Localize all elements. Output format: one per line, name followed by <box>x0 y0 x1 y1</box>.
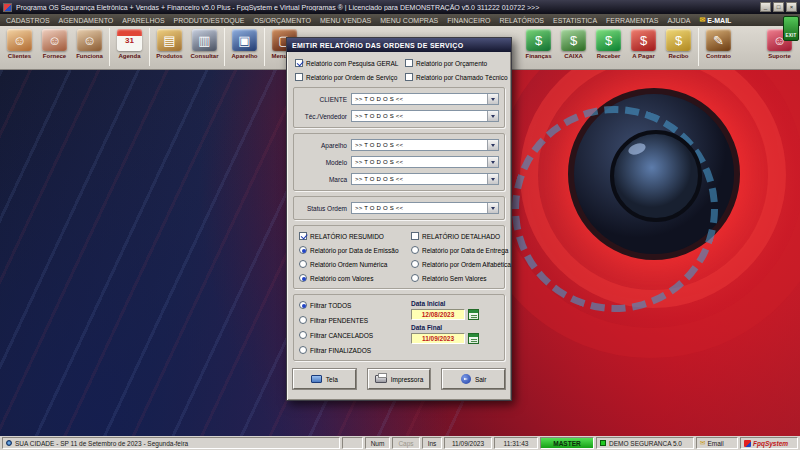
status-ordem-value: >> T O D O S << <box>352 203 487 213</box>
toolbar-item-contrato[interactable]: ✎ Contrato <box>701 27 736 68</box>
check-relatorio-detalhado[interactable]: RELATÓRIO DETALHADO <box>411 231 511 241</box>
start-date-input[interactable]: 12/08/2023 <box>411 309 465 320</box>
menu-vendas[interactable]: MENU VENDAS <box>320 17 371 24</box>
option-label: Relatório Ordem Numérica <box>310 261 387 268</box>
statusbar-location: SUA CIDADE - SP 11 de Setembro de 2023 -… <box>2 437 340 449</box>
calendar-picker-icon[interactable] <box>468 309 479 320</box>
toolbar-item-fornecedores[interactable]: ☺ Fornece <box>37 27 72 68</box>
radio-icon <box>411 274 419 282</box>
toolbar-label: Finanças <box>525 53 551 59</box>
toolbar-item-caixa[interactable]: $ CAIXA <box>556 27 591 68</box>
radio-filtrar-cancelados[interactable]: Filtrar CANCELADOS <box>299 330 401 340</box>
calendar-picker-icon[interactable] <box>468 333 479 344</box>
email-statusbar-button[interactable]: ✉ Email <box>696 437 738 449</box>
chevron-down-icon[interactable] <box>487 203 498 213</box>
checkbox-icon <box>411 232 419 240</box>
radio-ordem-numerica[interactable]: Relatório Ordem Numérica <box>299 259 409 269</box>
modelo-value: >> T O D O S << <box>352 157 487 167</box>
menu-os-orcamento[interactable]: OS/ORÇAMENTO <box>253 17 310 24</box>
data-final-label: Data Final <box>411 324 499 331</box>
payables-icon: $ <box>631 29 656 51</box>
toolbar-item-clientes[interactable]: ☺ Clientes <box>2 27 37 68</box>
toolbar-item-receber[interactable]: $ Receber <box>591 27 626 68</box>
toolbar-separator <box>698 28 699 66</box>
radio-sem-valores[interactable]: Relatório Sem Valores <box>411 273 511 283</box>
check-por-orcamento[interactable]: Relatório por Orçamento <box>405 58 508 68</box>
close-icon[interactable]: × <box>786 2 797 12</box>
dialog-title: EMITIR RELATÓRIO DAS ORDENS DE SERVIÇO <box>292 42 463 49</box>
radio-filtrar-finalizados[interactable]: Filtrar FINALIZADOS <box>299 345 401 355</box>
sair-button[interactable]: Sair <box>442 369 505 389</box>
impressora-button[interactable]: Impressora <box>368 369 431 389</box>
chevron-down-icon[interactable] <box>487 94 498 104</box>
toolbar-item-funcionarios[interactable]: ☺ Funciona <box>72 27 107 68</box>
menu-relatorios[interactable]: RELATÓRIOS <box>499 17 544 24</box>
menu-estatistica[interactable]: ESTATISTICA <box>553 17 597 24</box>
toolbar-label: Suporte <box>768 53 791 59</box>
radio-filtrar-todos[interactable]: Filtrar TODOS <box>299 300 401 310</box>
menu-agendamento[interactable]: AGENDAMENTO <box>59 17 114 24</box>
dialog-titlebar[interactable]: EMITIR RELATÓRIO DAS ORDENS DE SERVIÇO <box>287 38 511 52</box>
option-label: Filtrar FINALIZADOS <box>310 347 371 354</box>
master-badge: MASTER <box>540 437 594 449</box>
window-title: Programa OS Segurança Eletrônica + Venda… <box>16 4 756 11</box>
radio-com-valores[interactable]: Relatório com Valores <box>299 273 409 283</box>
radio-icon <box>299 346 307 354</box>
toolbar-label: Aparelho <box>231 53 257 59</box>
radio-icon <box>299 331 307 339</box>
option-label: Filtrar TODOS <box>310 302 351 309</box>
toolbar-item-consultar[interactable]: ▥ Consultar <box>187 27 222 68</box>
menu-ferramentas[interactable]: FERRAMENTAS <box>606 17 658 24</box>
toolbar-item-agenda[interactable]: 31 Agenda <box>112 27 147 68</box>
aparelho-value: >> T O D O S << <box>352 140 487 150</box>
chevron-down-icon[interactable] <box>487 157 498 167</box>
radio-filtrar-pendentes[interactable]: Filtrar PENDENTES <box>299 315 401 325</box>
aparelho-combobox[interactable]: >> T O D O S << <box>351 139 499 151</box>
modelo-combobox[interactable]: >> T O D O S << <box>351 156 499 168</box>
toolbar-item-produtos[interactable]: ▤ Produtos <box>152 27 187 68</box>
radio-data-emissao[interactable]: Relatório por Data de Emissão <box>299 245 409 255</box>
radio-data-entrega[interactable]: Relatório por Data de Entrega <box>411 245 511 255</box>
end-date-input[interactable]: 11/09/2023 <box>411 333 465 344</box>
status-ordem-combobox[interactable]: >> T O D O S << <box>351 202 499 214</box>
toolbar-item-a-pagar[interactable]: $ A Pagar <box>626 27 661 68</box>
chevron-down-icon[interactable] <box>487 174 498 184</box>
menu-ajuda[interactable]: AJUDA <box>667 17 690 24</box>
toolbar-item-financas[interactable]: $ Finanças <box>521 27 556 68</box>
exit-arrow-icon <box>461 374 471 384</box>
menu-financeiro[interactable]: FINANCEIRO <box>447 17 490 24</box>
tecnico-value: >> T O D O S << <box>352 111 487 121</box>
chevron-down-icon[interactable] <box>487 140 498 150</box>
menu-compras[interactable]: MENU COMPRAS <box>380 17 438 24</box>
option-label: Relatório com Pesquisa GERAL <box>306 60 399 67</box>
tecnico-combobox[interactable]: >> T O D O S << <box>351 110 499 122</box>
menu-cadastros[interactable]: CADASTROS <box>6 17 50 24</box>
tela-button[interactable]: Tela <box>293 369 356 389</box>
chevron-down-icon[interactable] <box>487 111 498 121</box>
report-mode-group: RELATÓRIO RESUMIDO RELATÓRIO DETALHADO R… <box>293 225 505 289</box>
marca-value: >> T O D O S << <box>352 174 487 184</box>
aparelho-label: Aparelho <box>299 142 347 149</box>
option-label: Relatório com Valores <box>310 275 373 282</box>
check-por-ordem-de-servico[interactable]: Relatório por Ordem de Serviço <box>295 72 405 82</box>
checkbox-icon <box>405 59 413 67</box>
check-relatorio-resumido[interactable]: RELATÓRIO RESUMIDO <box>299 231 409 241</box>
marca-combobox[interactable]: >> T O D O S << <box>351 173 499 185</box>
check-por-chamado-tecnico[interactable]: Relatório por Chamado Técnico <box>405 72 508 82</box>
menu-email[interactable]: ✉E-MAIL <box>699 16 731 24</box>
statusbar-time: 11:31:43 <box>494 437 538 449</box>
radio-ordem-alfabetica[interactable]: Relatório por Ordem Alfabética <box>411 259 511 269</box>
menu-aparelhos[interactable]: APARELHOS <box>122 17 164 24</box>
location-text: SUA CIDADE - SP 11 de Setembro de 2023 -… <box>15 440 188 447</box>
cliente-combobox[interactable]: >> T O D O S << <box>351 93 499 105</box>
tecnico-label: Téc./Vendedor <box>299 113 347 120</box>
exit-icon[interactable]: EXIT <box>783 16 799 41</box>
toolbar-item-recibo[interactable]: $ Recibo <box>661 27 696 68</box>
receipt-icon: $ <box>666 29 691 51</box>
finance-icon: $ <box>526 29 551 51</box>
minimize-icon[interactable]: _ <box>760 2 771 12</box>
maximize-icon[interactable]: □ <box>773 2 784 12</box>
menu-produto-estoque[interactable]: PRODUTO/ESTOQUE <box>174 17 245 24</box>
toolbar-item-aparelho[interactable]: ▣ Aparelho <box>227 27 262 68</box>
check-pesquisa-geral[interactable]: Relatório com Pesquisa GERAL <box>295 58 405 68</box>
